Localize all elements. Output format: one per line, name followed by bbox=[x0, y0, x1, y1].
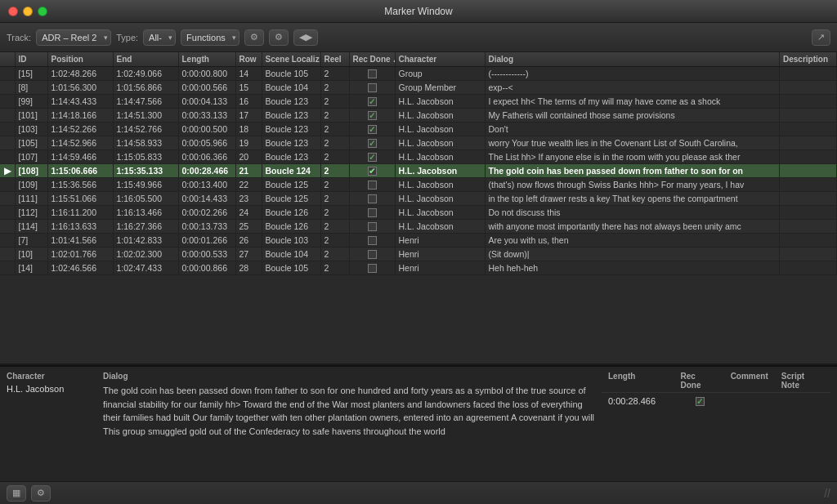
length-cell: 0:00:00.566 bbox=[178, 81, 235, 95]
description-cell bbox=[780, 192, 837, 206]
checkbox[interactable] bbox=[368, 236, 377, 245]
bottom-gear-button[interactable]: ⚙ bbox=[31, 485, 51, 502]
recdone-cell bbox=[349, 220, 395, 234]
detail-recdone-checkbox[interactable]: ✓ bbox=[675, 397, 724, 406]
id-cell: [105] bbox=[15, 136, 47, 150]
checkbox[interactable]: ✓ bbox=[368, 97, 377, 106]
header-row: ID Position End Length Row Scene Localiz… bbox=[0, 52, 837, 67]
table-row[interactable]: [99]1:14:43.4331:14:47.5660:00:04.13316B… bbox=[0, 95, 837, 109]
table-row[interactable]: [109]1:15:36.5661:15:49.9660:00:13.40022… bbox=[0, 178, 837, 192]
type-dropdown[interactable]: All- bbox=[143, 29, 176, 46]
position-cell: 1:02:46.566 bbox=[47, 261, 113, 275]
dialog-cell: in the top left drawer rests a key That … bbox=[485, 192, 780, 206]
row-cell: 21 bbox=[235, 164, 262, 178]
media-button[interactable]: ◀▶ bbox=[293, 29, 318, 46]
detail-right-header: Length Rec Done Comment Script Note bbox=[602, 372, 830, 393]
id-cell: [14] bbox=[15, 261, 47, 275]
checkbox[interactable] bbox=[368, 181, 377, 190]
scene-cell: Boucle 104 bbox=[262, 248, 320, 261]
minimize-button[interactable] bbox=[23, 7, 33, 16]
settings-button-2[interactable]: ⚙ bbox=[269, 29, 289, 46]
maximize-button[interactable] bbox=[38, 7, 47, 16]
checkbox[interactable] bbox=[368, 222, 377, 231]
checkbox[interactable] bbox=[368, 250, 377, 259]
table-row[interactable]: [112]1:16:11.2001:16:13.4660:00:02.26624… bbox=[0, 206, 837, 220]
recdone-check-box[interactable]: ✓ bbox=[696, 397, 705, 406]
checkbox[interactable]: ✓ bbox=[368, 125, 377, 134]
table-row[interactable]: [101]1:14:18.1661:14:51.3000:00:33.13317… bbox=[0, 109, 837, 123]
window-title: Marker Window bbox=[384, 6, 452, 17]
scene-cell: Boucle 123 bbox=[262, 95, 320, 109]
col-header-dialog[interactable]: Dialog bbox=[485, 52, 780, 67]
dialog-cell: with anyone most importantly there has n… bbox=[485, 220, 780, 234]
checkbox[interactable] bbox=[368, 69, 377, 78]
table-row[interactable]: [105]1:14:52.9661:14:58.9330:00:05.96619… bbox=[0, 136, 837, 150]
bottom-grid-button[interactable]: ▦ bbox=[7, 485, 26, 502]
table-row[interactable]: [14]1:02:46.5661:02:47.4330:00:00.86628B… bbox=[0, 261, 837, 275]
table-row[interactable]: ▶[108]1:15:06.6661:15:35.1330:00:28.4662… bbox=[0, 164, 837, 178]
checkbox[interactable] bbox=[368, 83, 377, 92]
scene-cell: Boucle 123 bbox=[262, 109, 320, 123]
functions-dropdown-wrap[interactable]: Functions bbox=[181, 29, 239, 46]
resize-handle[interactable]: // bbox=[824, 487, 830, 500]
detail-character-section: Character H.L. Jacobson bbox=[7, 372, 96, 476]
checkbox[interactable] bbox=[368, 194, 377, 203]
dialog-cell: (------------) bbox=[485, 67, 780, 81]
table-row[interactable]: [111]1:15:51.0661:16:05.5000:00:14.43323… bbox=[0, 192, 837, 206]
type-dropdown-wrap[interactable]: All- bbox=[143, 29, 176, 46]
row-cell: 15 bbox=[235, 81, 262, 95]
checkbox[interactable] bbox=[368, 208, 377, 217]
checkbox[interactable] bbox=[368, 264, 377, 273]
table-container[interactable]: ID Position End Length Row Scene Localiz… bbox=[0, 52, 837, 364]
functions-dropdown[interactable]: Functions bbox=[181, 29, 239, 46]
table-row[interactable]: [114]1:16:13.6331:16:27.3660:00:13.73325… bbox=[0, 220, 837, 234]
checkbox[interactable]: ✓ bbox=[368, 139, 377, 148]
position-cell: 1:16:11.200 bbox=[47, 206, 113, 220]
reel-cell: 2 bbox=[320, 220, 349, 234]
description-cell bbox=[780, 248, 837, 261]
window-controls[interactable] bbox=[8, 7, 47, 16]
col-header-recdone[interactable]: Rec Done bbox=[349, 52, 395, 67]
checkbox[interactable]: ✓ bbox=[368, 153, 377, 162]
settings-button-1[interactable]: ⚙ bbox=[244, 29, 264, 46]
table-row[interactable]: [15]1:02:48.2661:02:49.0660:00:00.80014B… bbox=[0, 67, 837, 81]
recdone-cell: ✓ bbox=[349, 95, 395, 109]
reel-cell: 2 bbox=[320, 109, 349, 123]
col-header-character[interactable]: Character bbox=[395, 52, 485, 67]
table-row[interactable]: [107]1:14:59.4661:15:05.8330:00:06.36620… bbox=[0, 150, 837, 164]
col-header-description[interactable]: Description bbox=[780, 52, 837, 67]
checkbox[interactable]: ✓ bbox=[368, 111, 377, 120]
export-button[interactable]: ↗ bbox=[812, 29, 830, 46]
dialog-cell: (Sit down)| bbox=[485, 248, 780, 261]
dialog-cell: I expect hh< The terms of my will may ha… bbox=[485, 95, 780, 109]
col-header-id[interactable]: ID bbox=[15, 52, 47, 67]
close-button[interactable] bbox=[8, 7, 18, 16]
table-row[interactable]: [10]1:02:01.7661:02:02.3000:00:00.53327B… bbox=[0, 248, 837, 261]
character-cell: H.L. Jacobson bbox=[395, 220, 485, 234]
description-cell bbox=[780, 178, 837, 192]
character-cell: H.L. Jacobson bbox=[395, 164, 485, 178]
checkbox[interactable]: ✔ bbox=[368, 167, 377, 176]
col-header-scene[interactable]: Scene Localiz bbox=[262, 52, 320, 67]
reel-cell: 2 bbox=[320, 123, 349, 136]
position-cell: 1:02:01.766 bbox=[47, 248, 113, 261]
col-header-end[interactable]: End bbox=[113, 52, 178, 67]
character-cell: Group Member bbox=[395, 81, 485, 95]
check-mark: ✓ bbox=[369, 125, 375, 134]
table-row[interactable]: [8]1:01:56.3001:01:56.8660:00:00.56615Bo… bbox=[0, 81, 837, 95]
col-header-row[interactable]: Row bbox=[235, 52, 262, 67]
track-dropdown-wrap[interactable]: ADR – Reel 2 bbox=[36, 29, 111, 46]
table-row[interactable]: [7]1:01:41.5661:01:42.8330:00:01.26626Bo… bbox=[0, 234, 837, 248]
end-cell: 1:14:51.300 bbox=[113, 109, 178, 123]
table-row[interactable]: [103]1:14:52.2661:14:52.7660:00:00.50018… bbox=[0, 123, 837, 136]
col-header-reel[interactable]: Reel bbox=[320, 52, 349, 67]
length-cell: 0:00:13.400 bbox=[178, 178, 235, 192]
position-cell: 1:01:41.566 bbox=[47, 234, 113, 248]
detail-panel: Character H.L. Jacobson Dialog The gold … bbox=[0, 365, 837, 504]
end-cell: 1:15:49.966 bbox=[113, 178, 178, 192]
track-dropdown[interactable]: ADR – Reel 2 bbox=[36, 29, 111, 46]
col-header-position[interactable]: Position bbox=[47, 52, 113, 67]
description-cell bbox=[780, 67, 837, 81]
col-header-length[interactable]: Length bbox=[178, 52, 235, 67]
length-cell: 0:00:13.733 bbox=[178, 220, 235, 234]
